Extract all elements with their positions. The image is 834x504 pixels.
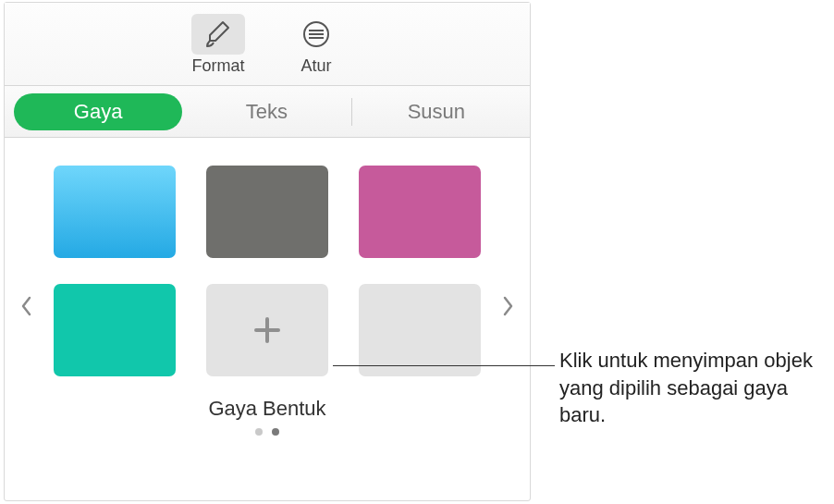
format-label: Format [191,56,244,76]
plus-icon [249,312,286,349]
arrange-icon [300,18,332,50]
shape-styles-grid [49,166,485,376]
page-dot-1[interactable] [255,428,263,436]
callout-line [333,365,555,366]
chevron-left-icon [19,295,32,317]
arrange-button[interactable]: Atur [280,10,352,80]
paintbrush-icon [202,18,234,50]
toolbar: Format Atur [5,3,530,86]
callout-text: Klik untuk menyimpan objek yang dipilih … [559,347,818,429]
arrange-label: Atur [300,56,331,76]
next-page-arrow[interactable] [495,295,522,324]
tab-arrange[interactable]: Susun [352,93,521,130]
style-swatch-pink[interactable] [359,166,481,258]
add-style-button[interactable] [206,284,328,376]
page-dots [49,428,485,436]
tabs: Gaya Teks Susun [5,86,530,138]
style-swatch-teal[interactable] [54,284,176,376]
format-panel: Format Atur Gaya Teks Susun [4,2,531,501]
format-icon-wrap [191,14,245,55]
tab-text[interactable]: Teks [182,93,350,130]
prev-page-arrow[interactable] [12,295,40,324]
arrange-icon-wrap [289,14,343,55]
shape-styles-section: Gaya Bentuk [5,138,530,500]
chevron-right-icon [502,295,515,317]
style-swatch-empty[interactable] [359,284,481,376]
format-button[interactable]: Format [182,10,254,80]
style-swatch-gray[interactable] [206,166,328,258]
page-dot-2[interactable] [272,428,279,436]
style-swatch-blue[interactable] [54,166,176,258]
shape-styles-label: Gaya Bentuk [49,397,485,421]
tab-style[interactable]: Gaya [14,93,182,130]
